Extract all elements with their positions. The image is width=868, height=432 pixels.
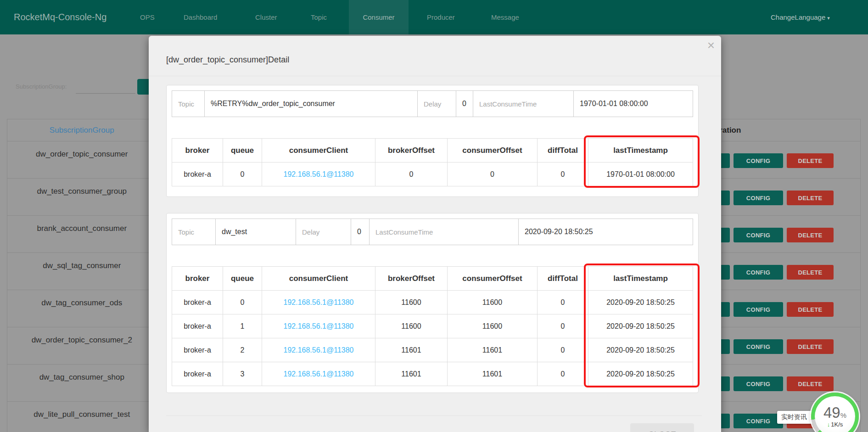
close-button[interactable]: CLOSE [630,423,694,432]
nav-item-cluster[interactable]: Cluster [255,0,277,34]
percent-unit: % [840,411,846,419]
last-consume-time-label: LastConsumeTime [479,100,537,108]
delete-button[interactable]: DELETE [787,265,834,280]
chevron-down-icon: ▾ [827,15,830,21]
detail-header-row: broker queue consumerClient brokerOffset… [172,139,693,163]
retry-topic-section: Topic %RETRY%dw_order_topic_consumer Del… [166,85,699,197]
group-name: dw_sql_tag_consumer [7,253,157,290]
config-button[interactable]: CONFIG [734,376,783,391]
queue-header: queue [223,267,262,291]
detail-row: broker-a 3 192.168.56.1@11380 11601 1160… [172,362,693,386]
last-consume-time-label: LastConsumeTime [375,228,433,236]
group-name: dw_order_topic_consumer [7,141,157,179]
speed-value: 1K/s [831,421,843,428]
broker-header: broker [172,139,223,163]
last-timestamp-header: lastTimestamp [588,267,693,291]
consumer-client-link[interactable]: 192.168.56.1@11380 [262,291,375,314]
top-navbar: RocketMq-Console-Ng OPS Dashboard Cluste… [0,0,868,34]
consumer-client-header: consumerClient [262,267,375,291]
detail-header-row: broker queue consumerClient brokerOffset… [172,267,693,291]
consumer-detail-modal: × [dw_order_topic_consumer]Detail Topic … [149,36,721,432]
diff-total-header: diffTotal [538,267,588,291]
last-consume-time-value: 2020-09-20 18:50:25 [525,228,593,236]
nav-item-dashboard[interactable]: Dashboard [184,0,217,34]
group-name: dw_order_topic_consumer_2 [7,327,157,365]
topic-value: %RETRY%dw_order_topic_consumer [211,100,335,108]
delete-button[interactable]: DELETE [787,191,834,205]
progress-ring-inner: 49% ↓1K/s [815,396,855,432]
delay-value: 0 [357,228,361,236]
percent-value: 49 [823,404,840,421]
footer-divider [166,415,702,416]
delete-button[interactable]: DELETE [787,376,834,391]
topic-info-group: Topic %RETRY%dw_order_topic_consumer Del… [172,90,693,117]
config-button[interactable]: CONFIG [734,265,783,280]
topic-info-group: Topic dw_test Delay 0 LastConsumeTime 20… [172,219,693,245]
title-divider [149,76,721,76]
nav-item-topic[interactable]: Topic [311,0,327,34]
queue-detail-table: broker queue consumerClient brokerOffset… [172,138,693,186]
delete-button[interactable]: DELETE [787,228,834,242]
dw-test-topic-section: Topic dw_test Delay 0 LastConsumeTime 20… [166,213,699,393]
group-name: dw_tag_consumer_shop [7,365,157,402]
subscription-group-label: SubscriptionGroup: [16,83,67,90]
group-name: brank_account_consumer [7,216,157,253]
consumer-client-link[interactable]: 192.168.56.1@11380 [262,314,375,338]
delay-label: Delay [302,228,319,236]
detail-row: broker-a 0 192.168.56.1@11380 11600 1160… [172,291,693,314]
detail-row: broker-a 1 192.168.56.1@11380 11600 1160… [172,314,693,338]
last-consume-time-value: 1970-01-01 08:00:00 [580,100,648,108]
broker-header: broker [172,267,223,291]
last-timestamp-header: lastTimestamp [588,139,693,163]
brand-logo[interactable]: RocketMq-Console-Ng [14,0,106,34]
consumer-client-link[interactable]: 192.168.56.1@11380 [262,338,375,362]
config-button[interactable]: CONFIG [734,153,783,168]
config-button[interactable]: CONFIG [734,228,783,242]
group-name: dw_test_consumer_group [7,179,157,216]
nav-item-producer[interactable]: Producer [427,0,455,34]
topic-label: Topic [178,228,194,236]
diff-total-header: diffTotal [538,139,588,163]
delete-button[interactable]: DELETE [787,153,834,168]
consumer-client-link[interactable]: 192.168.56.1@11380 [262,362,375,386]
consumer-client-link[interactable]: 192.168.56.1@11380 [262,163,375,186]
close-icon[interactable]: × [707,38,715,53]
broker-offset-header: brokerOffset [375,139,448,163]
queue-header: queue [223,139,262,163]
detail-row: broker-a 2 192.168.56.1@11380 11601 1160… [172,338,693,362]
delete-button[interactable]: DELETE [787,302,834,317]
consumer-offset-header: consumerOffset [448,139,538,163]
delete-button[interactable]: DELETE [787,339,834,354]
download-arrow-icon: ↓ [827,421,830,428]
modal-title: [dw_order_topic_consumer]Detail [166,55,289,65]
queue-detail-table: broker queue consumerClient brokerOffset… [172,266,693,386]
nav-item-ops[interactable]: OPS [140,0,155,34]
consumer-client-header: consumerClient [262,139,375,163]
change-language-dropdown[interactable]: ChangeLanguage▾ [771,0,830,35]
config-button[interactable]: CONFIG [734,302,783,317]
group-name: dw_lite_pull_consumer_test [7,402,157,432]
group-name: dw_tag_consumer_ods [7,290,157,327]
config-button[interactable]: CONFIG [734,339,783,354]
config-button[interactable]: CONFIG [734,191,783,205]
config-button[interactable]: CONFIG [734,414,783,428]
topic-label: Topic [178,100,194,108]
nav-item-consumer[interactable]: Consumer [349,0,409,34]
news-tooltip-text: 实时资讯 [781,413,807,421]
topic-value: dw_test [222,228,247,236]
subscription-group-column-header[interactable]: SubscriptionGroup [50,126,114,135]
delay-label: Delay [424,100,441,108]
nav-item-message[interactable]: Message [491,0,519,34]
delay-value: 0 [462,100,466,108]
consumer-offset-header: consumerOffset [448,267,538,291]
detail-row: broker-a 0 192.168.56.1@11380 0 0 0 1970… [172,163,693,186]
broker-offset-header: brokerOffset [375,267,448,291]
screen: SubscriptionGroup: SubscriptionGroup Ope… [0,0,868,432]
subscription-group-input[interactable] [76,79,135,94]
